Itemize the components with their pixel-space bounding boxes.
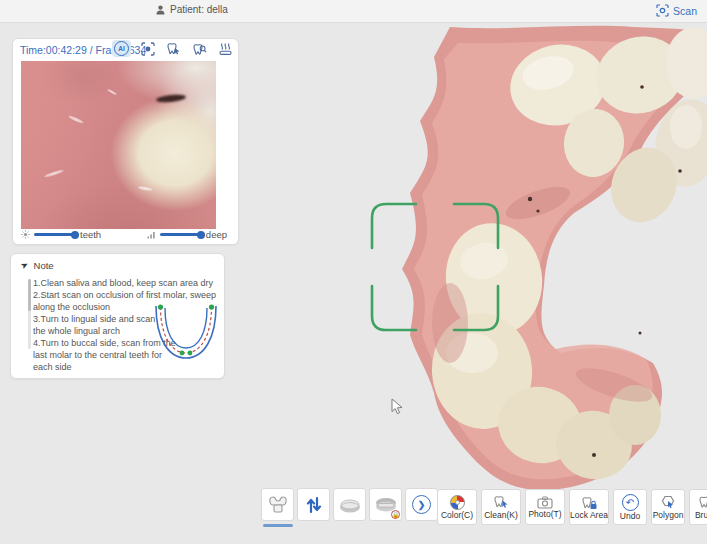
swap-arrows-icon [305, 495, 323, 515]
undo-arrow-icon: ↶ [622, 494, 639, 511]
color-button-label: Color(C) [441, 511, 473, 520]
upper-arch-button[interactable] [333, 488, 366, 521]
occlusion-heat-button[interactable] [216, 40, 235, 57]
send-icon: ➤ [19, 260, 30, 271]
scan-frame-icon [656, 4, 669, 17]
jaw-toolbar: 🔒 ❯ [261, 488, 438, 521]
scan-panel-header: Time:00:42:29 / Frame:634 AI [13, 39, 238, 60]
scan-button-label: Scan [673, 5, 697, 17]
glint-highlight [107, 89, 117, 96]
clean-button-label: Clean(K) [484, 511, 518, 520]
person-icon [156, 5, 165, 15]
live-camera-view [21, 61, 216, 229]
edit-toolbar: Color(C) Clean(K) Photo(T) Lock Area ↶ U… [437, 489, 707, 525]
color-wheel-icon [450, 495, 465, 510]
active-tool-indicator [263, 524, 293, 527]
signal-bars-icon [147, 230, 156, 239]
note-line: 1.Clean saliva and blood, keep scan area… [33, 277, 219, 289]
note-line: 3.Turn to lingual side and scan the whol… [33, 313, 163, 337]
app-window: { "topbar": { "patient_label": "Patient:… [0, 0, 707, 544]
teeth-slider-label: teeth [80, 229, 101, 240]
occlusion-waves-icon [218, 42, 233, 56]
occlusion-locked-button[interactable]: 🔒 [369, 488, 402, 521]
note-title: Note [34, 260, 54, 271]
scan-button[interactable]: Scan [652, 2, 701, 19]
anterior-view-button[interactable] [261, 488, 294, 521]
top-bar: Patient: della Scan [0, 0, 707, 23]
teeth-slider-knob[interactable] [71, 231, 79, 239]
photo-button-label: Photo(T) [528, 510, 561, 519]
expand-tools-button[interactable]: ❯ [405, 488, 438, 521]
mouse-cursor-icon [391, 398, 403, 419]
patient-label: Patient: della [170, 4, 228, 15]
focus-capture-button[interactable] [138, 40, 157, 57]
scan-focus-frame [370, 202, 500, 336]
clean-button[interactable]: Clean(K) [481, 489, 521, 525]
lock-area-button-label: Lock Area [570, 511, 608, 520]
ai-toggle-button[interactable]: AI [112, 40, 131, 57]
color-button[interactable]: Color(C) [437, 489, 477, 525]
photo-button[interactable]: Photo(T) [525, 489, 565, 525]
tooth-brush-icon [698, 495, 707, 510]
live-scan-panel: Time:00:42:29 / Frame:634 AI [12, 38, 239, 245]
tooth-clean-icon [493, 495, 509, 510]
tooth-fissure-spot [155, 93, 186, 103]
note-header: ➤ Note [11, 254, 224, 273]
focus-icon [141, 42, 155, 56]
tooth-cursor-icon [166, 42, 181, 56]
glint-highlight [68, 115, 84, 124]
anterior-teeth-icon [267, 494, 289, 516]
flip-jaw-button[interactable] [297, 488, 330, 521]
patient-info: Patient: della [156, 4, 228, 15]
tooth-select-button[interactable] [164, 40, 183, 57]
glint-highlight [138, 186, 152, 191]
lock-area-button[interactable]: Lock Area [569, 489, 609, 525]
teeth-brightness-slider[interactable]: teeth [21, 229, 101, 240]
brush-button-label: Brush [695, 511, 707, 520]
deep-slider-track[interactable] [160, 233, 202, 236]
deep-level-slider[interactable]: deep [147, 229, 227, 240]
camera-icon [537, 496, 553, 509]
teeth-slider-track[interactable] [34, 233, 76, 236]
undo-button-label: Undo [620, 512, 640, 521]
brightness-icon [21, 230, 30, 239]
disabled-badge-icon: 🔒 [391, 510, 400, 519]
tooth-lock-icon [581, 496, 597, 510]
ai-icon: AI [114, 41, 129, 56]
deep-slider-knob[interactable] [197, 231, 205, 239]
note-panel: ➤ Note 1.Clean saliva and blood, keep sc… [10, 253, 225, 379]
note-scrollbar[interactable] [28, 279, 31, 349]
deep-slider-label: deep [206, 229, 227, 240]
tooth-inspect-button[interactable] [190, 40, 209, 57]
camera-sliders: teeth deep [21, 228, 227, 241]
chevron-right-icon: ❯ [412, 495, 431, 514]
undo-button[interactable]: ↶ Undo [613, 489, 647, 525]
polygon-button[interactable]: Polygon [651, 489, 685, 525]
polygon-select-icon [660, 495, 676, 510]
denture-icon [338, 496, 362, 514]
tooth-zoom-icon [192, 42, 207, 56]
note-scrollbar-thumb[interactable] [28, 279, 31, 311]
glint-highlight [44, 169, 64, 178]
scan-path-diagram [152, 302, 220, 368]
polygon-button-label: Polygon [653, 511, 684, 520]
brush-button[interactable]: Brush [689, 489, 707, 525]
